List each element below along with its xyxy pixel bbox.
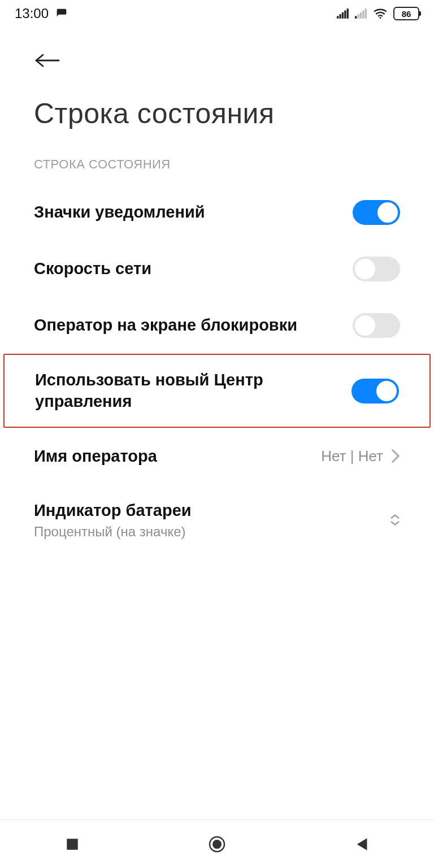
svg-rect-7: [360, 12, 362, 19]
nav-home-button[interactable]: [194, 835, 240, 854]
toggle-carrier-lockscreen[interactable]: [353, 313, 400, 338]
status-time: 13:00: [15, 6, 49, 21]
svg-rect-12: [67, 839, 78, 850]
toggle-new-control-center[interactable]: [351, 379, 399, 403]
svg-rect-5: [355, 16, 357, 18]
svg-point-14: [212, 840, 222, 849]
svg-rect-4: [347, 8, 349, 19]
svg-rect-2: [342, 12, 344, 19]
notification-icon: [55, 8, 68, 19]
battery-level: 86: [402, 9, 411, 19]
row-label: Оператор на экране блокировки: [34, 315, 353, 336]
back-button[interactable]: [34, 61, 61, 71]
svg-rect-1: [339, 14, 341, 19]
row-notification-icons[interactable]: Значки уведомлений: [0, 184, 434, 241]
svg-rect-0: [337, 16, 338, 18]
svg-marker-15: [357, 838, 367, 850]
row-label: Имя оператора: [34, 446, 321, 467]
row-carrier-name[interactable]: Имя оператора Нет | Нет: [0, 428, 434, 484]
row-label: Скорость сети: [34, 258, 353, 280]
row-label: Использовать новый Центр управления: [35, 370, 351, 412]
nav-bar: [0, 819, 434, 868]
wifi-icon: [373, 8, 388, 19]
page-title: Строка состояния: [0, 77, 434, 150]
row-label: Индикатор батареи: [34, 500, 390, 522]
nav-back-button[interactable]: [339, 837, 384, 852]
top-bar: [0, 27, 434, 77]
settings-list: Значки уведомлений Скорость сети Операто…: [0, 184, 434, 555]
signal-2-icon: [355, 8, 367, 19]
signal-1-icon: [337, 8, 349, 19]
svg-rect-3: [344, 11, 346, 19]
row-battery-indicator[interactable]: Индикатор батареи Процентный (на значке): [0, 484, 434, 555]
row-label: Значки уведомлений: [34, 202, 353, 223]
svg-rect-8: [362, 11, 364, 19]
row-new-control-center[interactable]: Использовать новый Центр управления: [3, 354, 431, 428]
toggle-notification-icons[interactable]: [353, 200, 400, 225]
row-value: Нет | Нет: [321, 448, 383, 465]
row-sublabel: Процентный (на значке): [34, 524, 390, 540]
nav-recent-button[interactable]: [50, 837, 95, 852]
section-header: СТРОКА СОСТОЯНИЯ: [0, 150, 434, 184]
row-carrier-lockscreen[interactable]: Оператор на экране блокировки: [0, 297, 434, 354]
svg-rect-6: [357, 14, 359, 19]
chevron-right-icon: [391, 449, 400, 463]
svg-rect-9: [365, 8, 367, 19]
toggle-network-speed[interactable]: [353, 257, 400, 281]
status-bar: 13:00 86: [0, 0, 434, 27]
battery-icon: 86: [393, 7, 419, 20]
row-network-speed[interactable]: Скорость сети: [0, 241, 434, 297]
updown-icon[interactable]: [390, 514, 400, 526]
svg-point-10: [379, 17, 381, 19]
